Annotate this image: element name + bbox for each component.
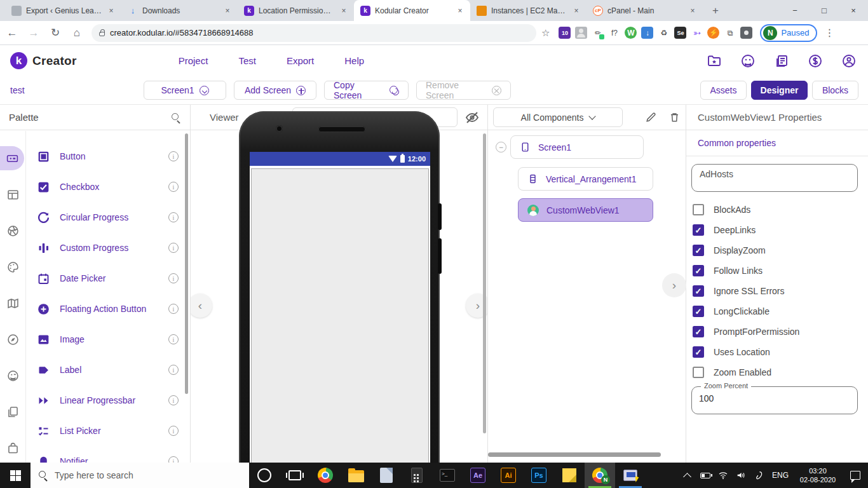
viewer-scrollbar[interactable] <box>483 133 486 433</box>
collapse-node-icon[interactable]: − <box>496 142 506 152</box>
extension-feather-icon[interactable]: ➳ <box>691 27 703 39</box>
chrome-taskbar-button[interactable] <box>310 463 341 488</box>
info-icon[interactable]: i <box>168 304 179 314</box>
info-icon[interactable]: i <box>168 426 179 436</box>
community-icon[interactable] <box>740 53 756 69</box>
forward-icon[interactable]: → <box>24 24 43 43</box>
reload-icon[interactable]: ↻ <box>46 24 65 43</box>
account-icon[interactable] <box>841 53 857 69</box>
vertical-arrangement-preview[interactable] <box>251 168 429 463</box>
tab-ec2-instances[interactable]: Instances | EC2 Manage × <box>470 0 587 21</box>
category-sensors-icon[interactable] <box>1 327 25 351</box>
rename-pencil-icon[interactable] <box>645 111 657 123</box>
close-icon[interactable]: × <box>106 6 116 16</box>
close-icon[interactable]: × <box>688 6 698 16</box>
promptforpermission-checkbox[interactable]: ✓ <box>693 326 704 337</box>
photoshop-button[interactable]: Ps <box>524 463 554 488</box>
components-filter-dropdown[interactable]: All Components <box>493 107 623 127</box>
extension-window-icon[interactable]: ⧉ <box>724 27 736 39</box>
menu-export[interactable]: Export <box>287 55 314 66</box>
tree-expand-button[interactable]: › <box>662 273 686 297</box>
delete-trash-icon[interactable] <box>668 111 681 123</box>
ignoressl-checkbox[interactable]: ✓ <box>693 285 704 297</box>
menu-test[interactable]: Test <box>238 55 256 66</box>
taskbar-search[interactable]: Type here to search <box>31 463 249 488</box>
network-status[interactable] <box>714 463 732 488</box>
palette-item-circular-progress[interactable]: Circular Progress i <box>26 202 190 233</box>
tab-location-permission[interactable]: k Location Permission is a × <box>238 0 354 21</box>
tree-item-customwebview1[interactable]: CustomWebView1 <box>518 198 653 222</box>
chrome-profile-window-button[interactable]: N <box>585 463 615 488</box>
close-window-button[interactable]: × <box>839 0 868 21</box>
palette-scrollbar[interactable] <box>185 133 188 394</box>
tray-expand-button[interactable] <box>677 463 696 488</box>
close-icon[interactable]: × <box>222 6 233 16</box>
viewer-prev-button[interactable]: ‹ <box>191 294 212 318</box>
extension-badge-icon[interactable]: 10 <box>559 27 571 39</box>
category-maps-icon[interactable] <box>1 291 25 315</box>
designer-button[interactable]: Designer <box>751 81 808 100</box>
palette-item-label[interactable]: Label i <box>26 355 190 385</box>
zoom-percent-value[interactable]: 100 <box>699 393 850 403</box>
deeplinks-checkbox[interactable]: ✓ <box>693 224 704 236</box>
tab-downloads[interactable]: ↓ Downloads × <box>121 0 238 21</box>
eye-off-icon[interactable] <box>465 110 480 125</box>
back-icon[interactable]: ← <box>3 24 22 43</box>
bookmark-star-icon[interactable]: ☆ <box>541 27 550 39</box>
extension-flash-icon[interactable]: ⚡ <box>707 27 719 39</box>
close-icon[interactable]: × <box>339 6 349 16</box>
properties-section-title[interactable]: Common properties <box>686 130 868 156</box>
info-icon[interactable]: i <box>168 182 179 192</box>
blocks-button[interactable]: Blocks <box>812 81 858 100</box>
copy-screen-button[interactable]: Copy Screen <box>324 81 409 100</box>
minimize-button[interactable]: − <box>780 0 810 21</box>
extension-avatar-icon[interactable] <box>575 27 587 39</box>
palette-item-date-picker[interactable]: Date Picker i <box>26 263 190 294</box>
file-explorer-button[interactable] <box>341 463 371 488</box>
extension-colorpicker-icon[interactable]: ✏ <box>592 27 604 39</box>
category-user-interface-icon[interactable] <box>0 146 24 170</box>
adhosts-input[interactable]: AdHosts <box>691 164 858 192</box>
url-text[interactable]: creator.kodular.io/#5834718668914688 <box>110 28 254 37</box>
close-icon[interactable]: × <box>571 6 581 16</box>
tab-kodular-creator[interactable]: k Kodular Creator × <box>354 0 470 21</box>
screen-select-button[interactable]: Screen1 <box>144 81 226 100</box>
category-data-icon[interactable] <box>1 400 25 424</box>
extension-fonts-icon[interactable]: f? <box>608 27 620 39</box>
calculator-button[interactable] <box>402 463 432 488</box>
add-screen-button[interactable]: Add Screen <box>234 81 316 100</box>
info-icon[interactable]: i <box>168 395 179 405</box>
extensions-puzzle-icon[interactable] <box>740 27 752 39</box>
remove-screen-button[interactable]: Remove Screen <box>416 81 511 100</box>
extension-selenium-icon[interactable]: Se <box>674 27 686 39</box>
phone-screen[interactable]: 12:00 <box>250 152 430 463</box>
extension-downloader-icon[interactable]: ↓ <box>641 27 653 39</box>
tab-export-genius[interactable]: Export ‹ Genius Learning × <box>5 0 121 21</box>
start-button[interactable] <box>0 463 31 488</box>
after-effects-button[interactable]: Ae <box>463 463 493 488</box>
followlinks-checkbox[interactable]: ✓ <box>693 265 704 276</box>
putty-window-button[interactable] <box>615 463 646 488</box>
palette-item-custom-progress[interactable]: Custom Progress i <box>26 233 190 263</box>
zoom-percent-field[interactable]: Zoom Percent 100 <box>691 386 858 414</box>
extension-wordpress-icon[interactable]: W <box>625 27 637 39</box>
language-indicator[interactable]: ENG <box>768 463 793 488</box>
illustrator-button[interactable]: Ai <box>493 463 524 488</box>
category-drawing-icon[interactable] <box>1 255 25 279</box>
tree-item-screen1[interactable]: Screen1 <box>510 135 644 159</box>
info-icon[interactable]: i <box>168 273 179 283</box>
new-tab-button[interactable]: + <box>707 2 724 20</box>
tree-item-vertical-arrangement1[interactable]: Vertical_Arrangement1 <box>518 167 653 191</box>
palette-item-linear-progressbar[interactable]: Linear Progressbar i <box>26 385 190 416</box>
close-icon[interactable]: × <box>455 6 465 16</box>
cortana-button[interactable] <box>249 463 280 488</box>
info-icon[interactable]: i <box>168 334 179 344</box>
command-prompt-button[interactable]: >_ <box>432 463 463 488</box>
menu-project[interactable]: Project <box>179 55 208 66</box>
info-icon[interactable]: i <box>168 212 179 222</box>
info-icon[interactable]: i <box>168 151 179 161</box>
search-icon[interactable] <box>171 112 181 123</box>
category-layout-icon[interactable] <box>1 182 25 207</box>
menu-help[interactable]: Help <box>344 55 364 66</box>
notepad-button[interactable] <box>371 463 402 488</box>
